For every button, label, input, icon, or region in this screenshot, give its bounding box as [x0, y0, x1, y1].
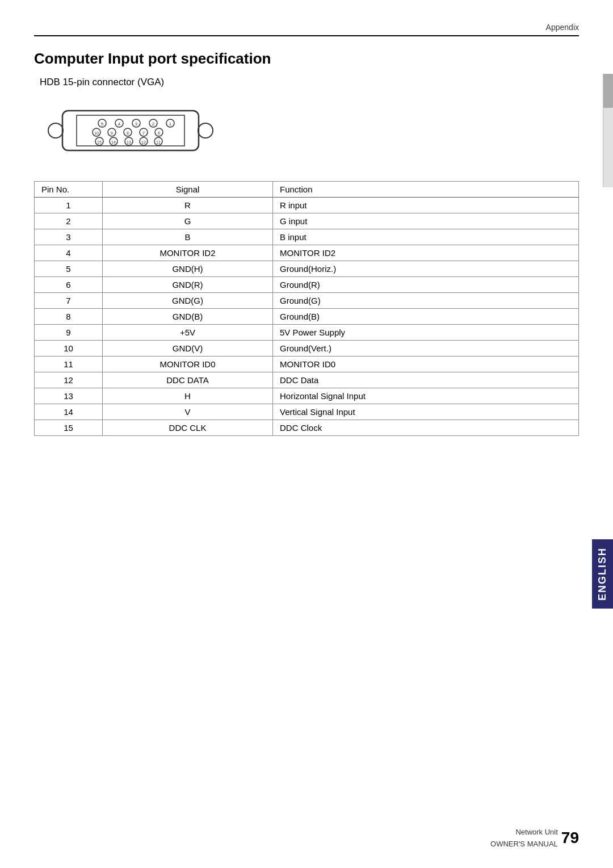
cell-function-10: Ground(Vert.) [273, 341, 579, 357]
cell-function-12: DDC Data [273, 372, 579, 388]
cell-signal-4: MONITOR ID2 [103, 245, 273, 261]
svg-text:14: 14 [111, 140, 116, 144]
cell-pin-12: 12 [35, 372, 103, 388]
table-row: 2GG input [35, 213, 579, 229]
spec-table: Pin No. Signal Function 1RR input2GG inp… [34, 181, 579, 436]
cell-signal-6: GND(R) [103, 277, 273, 293]
subtitle: HDB 15-pin connector (VGA) [40, 77, 579, 88]
svg-text:4: 4 [118, 121, 121, 127]
cell-pin-9: 9 [35, 325, 103, 341]
vga-connector-svg: 5 4 3 2 1 10 9 8 7 6 15 14 [40, 99, 221, 162]
cell-signal-1: R [103, 198, 273, 213]
svg-text:11: 11 [156, 140, 161, 144]
svg-text:15: 15 [97, 140, 102, 144]
table-row: 14VVertical Signal Input [35, 404, 579, 420]
svg-text:9: 9 [111, 131, 113, 135]
cell-signal-8: GND(B) [103, 309, 273, 325]
table-row: 1RR input [35, 198, 579, 213]
page-number: 79 [561, 825, 579, 851]
svg-text:10: 10 [94, 131, 99, 135]
cell-signal-12: DDC DATA [103, 372, 273, 388]
table-row: 11MONITOR ID0MONITOR ID0 [35, 357, 579, 372]
page-title: Computer Input port specification [34, 50, 579, 68]
table-row: 6GND(R)Ground(R) [35, 277, 579, 293]
cell-pin-14: 14 [35, 404, 103, 420]
cell-pin-7: 7 [35, 293, 103, 309]
cell-pin-1: 1 [35, 198, 103, 213]
svg-text:5: 5 [101, 121, 104, 127]
table-row: 9+5V5V Power Supply [35, 325, 579, 341]
table-header-row: Pin No. Signal Function [35, 182, 579, 198]
cell-function-1: R input [273, 198, 579, 213]
table-row: 10GND(V)Ground(Vert.) [35, 341, 579, 357]
footer: Network Unit OWNER'S MANUAL 79 [490, 825, 579, 851]
appendix-label: Appendix [34, 23, 579, 36]
col-header-function: Function [273, 182, 579, 198]
svg-text:8: 8 [127, 131, 129, 135]
cell-pin-2: 2 [35, 213, 103, 229]
cell-function-6: Ground(R) [273, 277, 579, 293]
owners-manual-text: OWNER'S MANUAL [490, 838, 558, 850]
cell-signal-10: GND(V) [103, 341, 273, 357]
cell-function-11: MONITOR ID0 [273, 357, 579, 372]
cell-function-9: 5V Power Supply [273, 325, 579, 341]
cell-function-2: G input [273, 213, 579, 229]
cell-pin-3: 3 [35, 229, 103, 245]
col-header-signal: Signal [103, 182, 273, 198]
cell-pin-13: 13 [35, 388, 103, 404]
table-row: 7GND(G)Ground(G) [35, 293, 579, 309]
cell-pin-15: 15 [35, 420, 103, 436]
cell-function-8: Ground(B) [273, 309, 579, 325]
svg-text:12: 12 [141, 140, 146, 144]
cell-pin-10: 10 [35, 341, 103, 357]
cell-function-4: MONITOR ID2 [273, 245, 579, 261]
cell-function-7: Ground(G) [273, 293, 579, 309]
cell-signal-3: B [103, 229, 273, 245]
cell-function-3: B input [273, 229, 579, 245]
table-row: 13HHorizontal Signal Input [35, 388, 579, 404]
table-row: 8GND(B)Ground(B) [35, 309, 579, 325]
page-container: Appendix Computer Input port specificati… [0, 0, 613, 868]
svg-text:3: 3 [135, 121, 138, 127]
connector-diagram: 5 4 3 2 1 10 9 8 7 6 15 14 [40, 99, 579, 164]
footer-right: Network Unit OWNER'S MANUAL 79 [490, 825, 579, 851]
scrollbar-area[interactable] [603, 74, 613, 187]
svg-point-2 [198, 123, 213, 138]
cell-pin-6: 6 [35, 277, 103, 293]
table-row: 4MONITOR ID2MONITOR ID2 [35, 245, 579, 261]
cell-pin-8: 8 [35, 309, 103, 325]
svg-text:7: 7 [142, 131, 145, 135]
col-header-pin: Pin No. [35, 182, 103, 198]
english-tab: ENGLISH [592, 539, 613, 609]
cell-signal-11: MONITOR ID0 [103, 357, 273, 372]
cell-pin-5: 5 [35, 261, 103, 277]
table-row: 3BB input [35, 229, 579, 245]
cell-function-13: Horizontal Signal Input [273, 388, 579, 404]
cell-function-15: DDC Clock [273, 420, 579, 436]
scrollbar-thumb[interactable] [603, 74, 613, 108]
table-row: 5GND(H)Ground(Horiz.) [35, 261, 579, 277]
network-unit-text: Network Unit [490, 827, 558, 838]
cell-pin-4: 4 [35, 245, 103, 261]
cell-signal-7: GND(G) [103, 293, 273, 309]
cell-signal-2: G [103, 213, 273, 229]
svg-text:13: 13 [127, 140, 131, 144]
svg-text:6: 6 [158, 131, 160, 135]
cell-signal-5: GND(H) [103, 261, 273, 277]
cell-pin-11: 11 [35, 357, 103, 372]
cell-signal-14: V [103, 404, 273, 420]
cell-signal-9: +5V [103, 325, 273, 341]
cell-signal-13: H [103, 388, 273, 404]
network-unit-label: Network Unit OWNER'S MANUAL [490, 827, 558, 850]
cell-function-14: Vertical Signal Input [273, 404, 579, 420]
table-row: 15DDC CLKDDC Clock [35, 420, 579, 436]
cell-function-5: Ground(Horiz.) [273, 261, 579, 277]
cell-signal-15: DDC CLK [103, 420, 273, 436]
svg-point-1 [48, 123, 63, 138]
appendix-text: Appendix [546, 23, 579, 32]
svg-text:2: 2 [152, 121, 155, 127]
table-row: 12DDC DATADDC Data [35, 372, 579, 388]
svg-text:1: 1 [169, 121, 172, 127]
